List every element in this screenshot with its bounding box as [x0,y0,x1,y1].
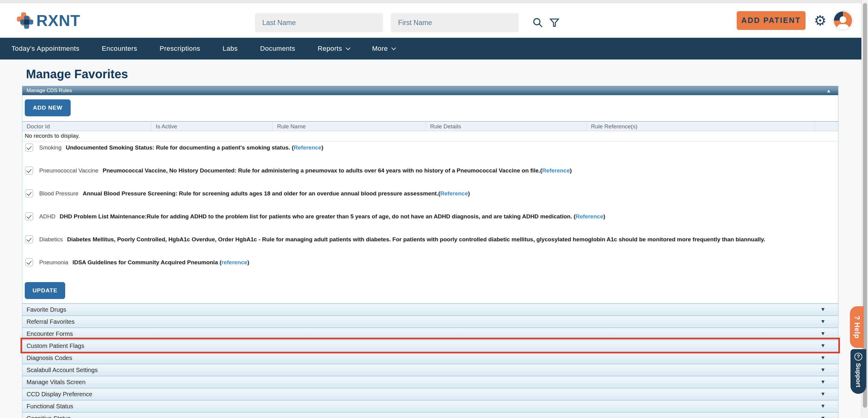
checkmark-icon [26,213,31,219]
reference-link[interactable]: reference [221,259,247,266]
rule-description: Diabetes Mellitus, Poorly Controlled, Hg… [67,235,765,243]
user-avatar[interactable] [833,10,853,30]
page-title: Manage Favorites [26,67,868,81]
chevron-down-icon: ▼ [820,415,826,418]
checkmark-icon [26,168,31,173]
rule-label: Blood Pressure [39,189,79,198]
add-new-button[interactable]: ADD NEW [25,99,71,116]
rule-checkbox[interactable] [25,235,33,243]
nav-item-documents[interactable]: Documents [260,45,296,53]
column-rule-references: Rule Reference(s) [587,122,815,131]
reference-link[interactable]: Reference [576,213,603,219]
last-name-input[interactable] [255,13,383,32]
rule-checkbox[interactable] [25,167,33,175]
rule-label: Pneumonia [39,258,68,266]
gear-icon[interactable]: ⚙ [814,13,826,28]
cds-header-label: Manage CDS Rules [27,88,72,94]
rxnt-plus-icon [17,10,33,30]
nav-item-labs[interactable]: Labs [223,45,238,53]
reference-link[interactable]: Reference [294,144,321,151]
accordion-functional-status[interactable]: Functional Status ▼ [22,400,838,412]
rule-label: Pneumococcal Vaccine [39,167,98,175]
column-is-active: Is Active [152,122,273,131]
chevron-down-icon [392,45,396,50]
accordion-manage-cds-rules[interactable]: Manage CDS Rules ▲ [22,86,838,95]
chevron-down-icon: ▼ [820,343,826,349]
accordion-custom-patient-flags[interactable]: Custom Patient Flags ▼ [22,339,838,352]
reference-link[interactable]: Reference [542,167,570,174]
cds-rule-list: Smoking Undocumented Smoking Status: Rul… [22,141,838,279]
search-icon[interactable] [532,17,544,28]
rule-label: Diabetics [39,235,63,243]
help-tab[interactable]: ? Help [850,306,864,348]
accordion-favorite-drugs[interactable]: Favorite Drugs ▼ [22,303,838,315]
rule-checkbox[interactable] [25,189,33,198]
cds-rule-row-blood-pressure: Blood Pressure Annual Blood Pressure Scr… [22,187,838,210]
app-header: RXNT ADD PATIENT ⚙ [0,3,868,38]
nav-item-prescriptions[interactable]: Prescriptions [160,45,200,53]
avatar-person-icon [840,16,846,23]
help-tab-label: ? Help [853,316,861,338]
nav-item-more[interactable]: More [372,45,396,53]
accordion-scalabull-account-settings[interactable]: Scalabull Account Settings ▼ [22,364,838,376]
chevron-down-icon [346,45,350,50]
checkmark-icon [26,260,31,265]
accordion-ccd-display-preference[interactable]: CCD Display Preference ▼ [22,388,838,400]
filter-icon[interactable] [549,17,560,28]
manage-favorites-panel: Manage CDS Rules ▲ ADD NEW Doctor Id Is … [22,86,838,418]
checkmark-icon [26,237,31,242]
rule-description: Annual Blood Pressure Screening: Rule fo… [83,189,470,198]
update-button[interactable]: UPDATE [25,282,65,299]
rule-checkbox[interactable] [25,144,33,152]
column-rule-name: Rule Name [273,122,426,131]
rule-description: Undocumented Smoking Status: Rule for do… [66,144,323,152]
rule-checkbox[interactable] [25,258,33,266]
cds-rule-row-smoking: Smoking Undocumented Smoking Status: Rul… [22,141,838,164]
accordion-diagnosis-codes[interactable]: Diagnosis Codes ▼ [22,352,838,364]
cds-rule-row-pneumococcal-vaccine: Pneumococcal Vaccine Pneumococcal Vaccin… [22,164,838,187]
accordion-encounter-forms[interactable]: Encounter Forms ▼ [22,327,838,339]
cds-rule-row-adhd: ADHD DHD Problem List Maintenance:Rule f… [22,210,838,233]
chevron-down-icon: ▼ [820,403,826,409]
nav-item-today-s-appointments[interactable]: Today's Appointments [11,45,80,53]
chevron-down-icon: ▼ [820,319,826,325]
question-circle-icon: ? [855,353,862,361]
checkmark-icon [26,190,31,196]
support-tab[interactable]: ? Support [850,349,866,394]
chevron-down-icon: ▼ [820,391,826,397]
column-empty [815,122,838,131]
rule-checkbox[interactable] [25,212,33,220]
main-nav: Today's Appointments Encounters Prescrip… [0,38,868,60]
chevron-up-icon: ▲ [826,88,831,93]
rule-description: Pneumococcal Vaccine, No History Documen… [103,167,571,175]
accordion-manage-vitals-screen[interactable]: Manage Vitals Screen ▼ [22,376,838,388]
chevron-down-icon: ▼ [820,367,826,373]
chevron-down-icon: ▼ [820,306,826,312]
rule-label: ADHD [39,212,56,220]
browser-top-strip [0,0,868,3]
chevron-down-icon: ▼ [820,355,826,361]
checkmark-icon [26,145,31,150]
rule-label: Smoking [39,144,62,152]
rule-description: IDSA Guidelines for Community Acquired P… [72,258,249,266]
first-name-input[interactable] [391,13,519,32]
chevron-down-icon: ▼ [820,331,826,337]
column-doctor-id: Doctor Id [22,122,152,131]
cds-rule-row-diabetics: Diabetics Diabetes Mellitus, Poorly Cont… [22,233,838,256]
rule-description: DHD Problem List Maintenance:Rule for ad… [60,212,605,220]
nav-item-reports[interactable]: Reports [317,45,349,53]
empty-table-message: No records to display. [22,131,838,141]
nav-item-encounters[interactable]: Encounters [102,45,137,53]
logo-text: RXNT [36,11,80,30]
column-rule-details: Rule Details [426,122,587,131]
chevron-down-icon: ▼ [820,379,826,385]
favorites-accordion-list: Favorite Drugs ▼ Referral Favorites ▼ En… [22,303,838,418]
accordion-referral-favorites[interactable]: Referral Favorites ▼ [22,315,838,327]
add-patient-button[interactable]: ADD PATIENT [737,11,806,30]
cds-rule-row-pneumonia: Pneumonia IDSA Guidelines for Community … [22,256,838,279]
cds-table-header: Doctor Id Is Active Rule Name Rule Detai… [22,121,838,131]
support-tab-label: Support [855,363,862,387]
rxnt-logo[interactable]: RXNT [17,10,80,30]
accordion-cognitive-status[interactable]: Cognitive Status ▼ [22,412,838,418]
reference-link[interactable]: Reference [440,190,468,197]
